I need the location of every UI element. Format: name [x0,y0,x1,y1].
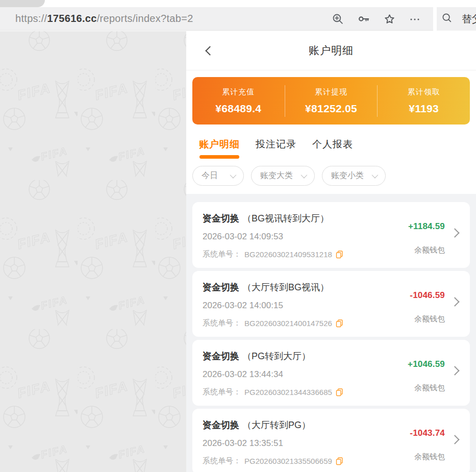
transaction-card[interactable]: 资金切换（大厅转到PG） 2026-03-02 13:35:51 系统单号：PG… [192,409,470,472]
transaction-subtitle: （大厅转到BG视讯） [242,282,329,292]
fifa-watermark-panel: FIFA FIFA [0,31,186,472]
wallet-label: 余额钱包 [410,452,445,462]
browser-tabstrip [0,0,476,7]
transaction-datetime: 2026-03-02 13:35:51 [203,438,388,449]
url-domain: 175616.cc [47,13,96,24]
filter-major-category-dropdown[interactable]: 账变大类 [251,166,315,186]
summary-and-filters-section: 累计充值 ¥68489.4 累计提现 ¥81252.05 累计领取 ¥1193 … [186,70,476,194]
filter-row: 今日 账变大类 账变小类 [192,166,470,186]
url-bar[interactable]: https://175616.cc/reports/index?tab=2 [15,13,193,24]
wallet-label: 余额钱包 [410,314,445,324]
account-detail-page: 账户明细 累计充值 ¥68489.4 累计提现 ¥81252.05 累计领取 ¥… [186,31,476,472]
chevron-right-icon[interactable] [450,435,459,444]
transaction-title: 资金切换 [203,351,239,361]
order-number: PG202603021344336685 [244,388,332,396]
copy-icon[interactable] [336,319,343,328]
wallet-label: 余额钱包 [408,245,445,255]
tab-account-detail[interactable]: 账户明细 [199,138,240,159]
transaction-card[interactable]: 资金切换（PG转到大厅） 2026-03-02 13:44:34 系统单号：PG… [192,340,470,406]
chevron-down-icon [372,172,379,179]
chevron-right-icon[interactable] [450,366,459,375]
transaction-title: 资金切换 [203,420,239,430]
summary-label: 累计领取 [378,87,470,97]
page-header: 账户明细 [186,31,476,70]
order-label: 系统单号： [203,250,241,259]
browser-tab[interactable] [0,0,45,7]
filter-minor-category-dropdown[interactable]: 账变小类 [322,166,386,186]
order-label: 系统单号： [203,387,241,397]
search-icon [441,12,453,26]
transaction-amount: +1184.59 [408,221,445,232]
transaction-datetime: 2026-03-02 14:09:53 [203,232,388,242]
transaction-title: 资金切换 [203,282,239,292]
toolbar-divider [433,7,437,31]
wallet-label: 余额钱包 [408,383,445,393]
summary-item-claimed: 累计领取 ¥1193 [378,87,470,115]
search-text: 替父 [462,12,476,26]
chevron-left-icon [205,46,214,55]
filter-label: 账变小类 [331,170,364,181]
page-title: 账户明细 [309,43,354,58]
chevron-down-icon [230,172,237,179]
url-path: /reports/index?tab=2 [97,13,193,24]
order-label: 系统单号： [203,456,241,466]
summary-label: 累计充值 [192,87,285,97]
order-number: BG202603021400147526 [244,319,332,328]
transaction-subtitle: （PG转到大厅） [242,351,311,361]
transaction-datetime: 2026-03-02 13:44:34 [203,369,388,380]
summary-value: ¥68489.4 [192,103,285,115]
chevron-down-icon [301,172,308,179]
transaction-amount: -1043.74 [410,428,445,438]
url-scheme: https:// [15,13,47,24]
filter-label: 今日 [202,170,218,181]
filter-label: 账变大类 [260,170,293,181]
summary-value: ¥1193 [378,103,470,115]
transaction-amount: -1046.59 [410,290,445,301]
order-number: PG202603021335506659 [244,457,332,465]
copy-icon[interactable] [336,388,343,396]
chevron-right-icon[interactable] [450,228,459,237]
copy-icon[interactable] [336,251,343,259]
order-number: BG202603021409531218 [244,250,332,259]
browser-toolbar: https://175616.cc/reports/index?tab=2 [0,7,476,31]
browser-search-box[interactable]: 替父 [437,7,476,31]
chevron-right-icon[interactable] [450,297,459,306]
summary-label: 累计提现 [285,87,378,97]
star-icon[interactable] [383,13,396,26]
transaction-card[interactable]: 资金切换（大厅转到BG视讯） 2026-03-02 14:00:15 系统单号：… [192,271,470,337]
transaction-subtitle: （大厅转到PG） [242,420,311,430]
transaction-amount: +1046.59 [408,359,445,369]
tab-bet-records[interactable]: 投注记录 [256,138,296,159]
transaction-datetime: 2026-03-02 14:00:15 [203,301,388,311]
summary-item-recharge: 累计充值 ¥68489.4 [192,87,285,115]
copy-icon[interactable] [336,457,343,465]
more-options-icon[interactable] [409,13,421,25]
report-tabs: 账户明细 投注记录 个人报表 [199,138,463,159]
back-button[interactable] [198,31,219,70]
zoom-in-icon[interactable] [332,13,344,26]
transaction-title: 资金切换 [203,213,239,223]
tab-personal-report[interactable]: 个人报表 [312,138,353,159]
summary-value: ¥81252.05 [285,103,378,115]
fifa-pattern: FIFA FIFA [0,31,186,472]
transaction-card[interactable]: 资金切换（BG视讯转到大厅） 2026-03-02 14:09:53 系统单号：… [192,202,470,268]
transaction-list: 资金切换（BG视讯转到大厅） 2026-03-02 14:09:53 系统单号：… [186,194,476,472]
summary-item-withdraw: 累计提现 ¥81252.05 [285,87,378,115]
filter-date-dropdown[interactable]: 今日 [192,166,244,186]
key-icon[interactable] [357,12,370,26]
transaction-subtitle: （BG视讯转到大厅） [242,213,329,223]
order-label: 系统单号： [203,318,241,328]
summary-card: 累计充值 ¥68489.4 累计提现 ¥81252.05 累计领取 ¥1193 [192,77,470,125]
